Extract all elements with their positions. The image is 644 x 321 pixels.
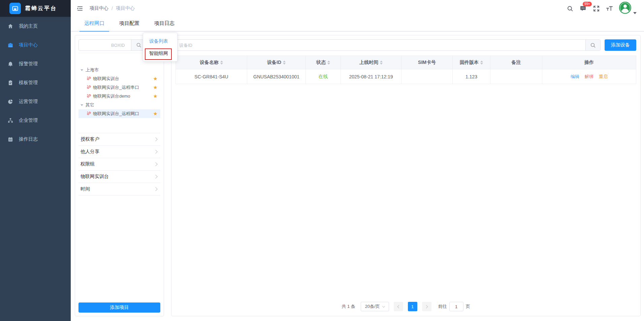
tree-expand-icon	[80, 69, 83, 71]
device-search-button[interactable]	[585, 40, 600, 50]
col-actions: 操作	[542, 56, 636, 69]
status-badge: 在线	[319, 74, 328, 79]
col-status[interactable]: 状态	[306, 56, 341, 69]
app-title: 霜蝉云平台	[25, 5, 57, 12]
tree-item-project-selected[interactable]: 物联网实训台_远程网口	[78, 109, 160, 118]
star-icon[interactable]	[153, 111, 158, 117]
chevron-left-icon	[397, 305, 400, 308]
breadcrumb-item-current: 项目中心	[116, 5, 135, 11]
pagination-total: 共 1 条	[342, 304, 355, 310]
sidebar-item-label: 我的主页	[19, 23, 38, 29]
tab-project-log[interactable]: 项目日志	[147, 20, 182, 31]
clipboard-check-icon	[7, 80, 13, 86]
user-menu[interactable]	[619, 1, 637, 15]
device-table: 设备名称 设备ID 状态 上线时间 SIM卡号 固件版本 备注 操作 SC-GR…	[175, 56, 636, 84]
goto-label: 前往	[438, 304, 447, 310]
device-search-group	[175, 39, 601, 51]
col-device-id[interactable]: 设备ID	[247, 56, 306, 69]
disconnected-icon	[87, 111, 91, 117]
sidebar-item-alarm[interactable]: 报警管理	[0, 55, 71, 73]
goto-page-input[interactable]	[449, 302, 463, 311]
accordion-shared-by-others[interactable]: 他人分享	[78, 146, 160, 158]
chevron-right-icon	[154, 187, 157, 191]
calendar-icon	[7, 136, 13, 142]
breadcrumb-separator: /	[111, 6, 113, 11]
dropdown-item-smart-networking[interactable]: 智能组网	[143, 47, 177, 59]
pagination: 共 1 条 20条/页 1 前往 页	[175, 302, 636, 312]
disconnected-icon	[87, 85, 91, 91]
col-firmware[interactable]: 固件版本	[453, 56, 490, 69]
disconnected-icon	[87, 94, 91, 99]
page-size-select[interactable]: 20条/页	[361, 302, 389, 311]
accordion-authorized-customers[interactable]: 授权客户	[78, 133, 160, 146]
star-icon[interactable]	[153, 93, 158, 99]
remote-port-dropdown: 设备列表 智能组网	[143, 33, 178, 62]
avatar	[619, 1, 632, 15]
column-label: 操作	[584, 60, 594, 65]
tree-item-project[interactable]: 物联网实训台demo	[78, 92, 160, 101]
project-search-input[interactable]	[79, 40, 131, 50]
sidebar-item-template[interactable]: 模板管理	[0, 73, 71, 92]
chevron-down-icon	[633, 12, 637, 14]
unbind-link[interactable]: 解绑	[585, 74, 593, 79]
next-page-button[interactable]	[422, 302, 431, 311]
tab-project-config[interactable]: 项目配置	[112, 20, 147, 31]
sort-icon[interactable]	[283, 61, 286, 65]
font-size-icon[interactable]	[606, 5, 613, 12]
main-column: 项目中心 / 项目中心 99+	[71, 0, 644, 321]
accordion-label: 时间	[80, 186, 90, 192]
briefcase-icon	[7, 42, 13, 48]
table-header-row: 设备名称 设备ID 状态 上线时间 SIM卡号 固件版本 备注 操作	[176, 56, 636, 69]
tree-item-project[interactable]: 物联网实训台_远程串口	[78, 83, 160, 92]
logo-bar: 霜蝉云平台	[0, 0, 71, 17]
prev-page-button[interactable]	[394, 302, 403, 311]
tree-item-label: 物联网实训台demo	[93, 93, 152, 99]
sort-icon[interactable]	[220, 61, 223, 65]
device-toolbar: 添加设备	[175, 39, 636, 51]
sidebar-item-project-center[interactable]: 项目中心	[0, 36, 71, 55]
sidebar-item-label: 运营管理	[19, 99, 38, 105]
tree-item-project[interactable]: 物联网实训台	[78, 74, 160, 83]
column-label: 状态	[316, 60, 326, 65]
col-device-name[interactable]: 设备名称	[176, 56, 247, 69]
accordion-time[interactable]: 时间	[78, 183, 160, 195]
fullscreen-icon[interactable]	[592, 5, 600, 12]
tree-group-shanghai[interactable]: 上海市	[78, 66, 160, 74]
chevron-right-icon	[154, 150, 157, 153]
edit-link[interactable]: 编辑	[571, 74, 579, 79]
bell-icon	[7, 61, 13, 67]
sidebar-item-log[interactable]: 操作日志	[0, 130, 71, 149]
sort-icon[interactable]	[327, 61, 330, 65]
tree-group-other[interactable]: 其它	[78, 101, 160, 109]
sort-icon[interactable]	[480, 61, 483, 65]
add-project-button[interactable]: 添加项目	[78, 302, 160, 313]
device-id-search-input[interactable]	[176, 40, 585, 50]
star-icon[interactable]	[153, 84, 158, 91]
chevron-down-icon	[382, 305, 385, 307]
dropdown-item-device-list[interactable]: 设备列表	[143, 35, 177, 47]
cell-device-id: GNUSAB2534001001	[247, 69, 306, 84]
sidebar-item-enterprise[interactable]: 企业管理	[0, 111, 71, 130]
breadcrumb-item[interactable]: 项目中心	[90, 5, 108, 11]
tab-remote-port[interactable]: 远程网口	[77, 20, 112, 31]
reboot-link[interactable]: 重启	[599, 74, 608, 79]
sidebar-item-home[interactable]: 我的主页	[0, 17, 71, 36]
table-row: SC-GR841-S4U GNUSAB2534001001 在线 2025-08…	[176, 69, 636, 84]
accordion-permission-group[interactable]: 权限组	[78, 158, 160, 171]
cell-status: 在线	[306, 69, 341, 84]
add-device-button[interactable]: 添加设备	[605, 39, 636, 51]
breadcrumb: 项目中心 / 项目中心	[90, 5, 135, 11]
sidebar-item-operation[interactable]: 运营管理	[0, 92, 71, 111]
sidebar-menu: 我的主页 项目中心 报警管理 模板管理 运营管理 企业管理 操作日志	[0, 17, 71, 321]
sitemap-icon	[7, 117, 13, 123]
star-icon[interactable]	[153, 76, 158, 82]
col-online-time[interactable]: 上线时间	[341, 56, 401, 69]
sidebar-collapse-icon[interactable]	[77, 5, 84, 12]
app-logo-icon	[9, 3, 21, 14]
message-icon[interactable]: 99+	[579, 5, 587, 12]
sort-icon[interactable]	[380, 61, 383, 65]
accordion-iot-bench[interactable]: 物联网实训台	[78, 171, 160, 183]
search-icon[interactable]	[566, 5, 574, 12]
tree-item-label: 物联网实训台_远程串口	[93, 84, 152, 91]
current-page-button[interactable]: 1	[408, 302, 417, 311]
